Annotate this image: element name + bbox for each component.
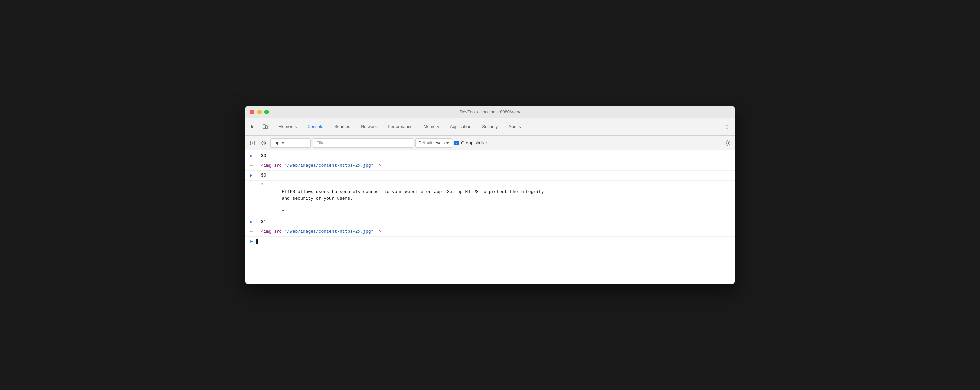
tab-performance[interactable]: Performance	[382, 118, 418, 136]
img-link-2[interactable]: /web/images/content-https-2x.jpg	[287, 229, 371, 234]
devtools-window: DevTools - localhost:8080/web/	[245, 105, 735, 285]
svg-point-3	[727, 125, 728, 126]
context-selector[interactable]: top	[270, 138, 311, 148]
title-bar: DevTools - localhost:8080/web/	[245, 105, 735, 118]
maximize-button[interactable]	[264, 110, 269, 114]
console-row-1: ▶ $0	[245, 151, 735, 161]
console-prompt: ►	[245, 239, 256, 244]
svg-point-12	[727, 142, 729, 144]
console-row-5: ▶ $1	[245, 217, 735, 227]
levels-button[interactable]: Default levels	[415, 138, 452, 148]
levels-arrow-icon	[446, 142, 449, 144]
traffic-lights	[250, 110, 269, 114]
console-output: ▶ $0 ← <img src="/web/images/content-htt…	[245, 150, 735, 285]
row-gutter-1[interactable]: ▶	[245, 152, 261, 159]
settings-icon	[725, 140, 731, 146]
tab-application[interactable]: Application	[445, 118, 477, 136]
expand-arrow-3: ▶	[250, 172, 253, 179]
row-gutter-6: ←	[245, 228, 261, 235]
dollar-var-2: $0	[261, 173, 266, 178]
ban-icon	[261, 140, 266, 145]
console-row-2: ← <img src="/web/images/content-https-2x…	[245, 161, 735, 171]
settings-button[interactable]	[723, 138, 732, 148]
row-content-1: $0	[261, 152, 732, 160]
svg-line-9	[262, 141, 265, 144]
close-button[interactable]	[250, 110, 254, 114]
tab-memory[interactable]: Memory	[418, 118, 445, 136]
console-cursor-display	[256, 239, 258, 244]
minimize-button[interactable]	[257, 110, 262, 114]
response-arrow-2: ←	[250, 181, 253, 186]
svg-marker-7	[251, 142, 253, 144]
more-icon	[724, 125, 730, 130]
tab-sources[interactable]: Sources	[329, 118, 356, 136]
console-row-4: ← " HTTPS allows users to securely conne…	[245, 181, 735, 217]
svg-point-4	[727, 126, 728, 128]
row-gutter-2: ←	[245, 162, 261, 169]
svg-rect-1	[266, 126, 267, 129]
inspect-element-button[interactable]	[248, 122, 258, 133]
row-gutter-4: ←	[245, 181, 261, 186]
tab-bar: Elements Console Sources Network Perform…	[245, 118, 735, 136]
clear-console-button[interactable]	[248, 138, 257, 148]
row-gutter-5[interactable]: ▶	[245, 218, 261, 225]
response-arrow-3: ←	[250, 228, 253, 235]
row-gutter-3[interactable]: ▶	[245, 171, 261, 179]
group-similar-checkbox[interactable]	[454, 141, 459, 145]
row-content-3: $0	[261, 171, 732, 179]
console-toolbar: top Default levels Group similar	[245, 136, 735, 150]
tab-audits[interactable]: Audits	[503, 118, 526, 136]
inspect-icon	[250, 125, 256, 130]
more-tabs-button[interactable]	[722, 122, 732, 133]
console-row-6: ← <img src="/web/images/content-https-2x…	[245, 227, 735, 237]
tab-bar-more	[719, 122, 732, 133]
dollar-var-3: $1	[261, 219, 266, 224]
tabs-container: Elements Console Sources Network Perform…	[273, 118, 719, 136]
tab-bar-icons	[248, 122, 270, 133]
multiline-content-1: " HTTPS allows users to securely connect…	[261, 181, 735, 217]
filter-input[interactable]	[313, 138, 414, 148]
window-title: DevTools - localhost:8080/web/	[460, 109, 520, 114]
tab-console[interactable]: Console	[302, 118, 329, 136]
response-arrow-1: ←	[250, 162, 253, 169]
row-content-6: <img src="/web/images/content-https-2x.j…	[261, 228, 732, 236]
group-similar-option[interactable]: Group similar	[454, 140, 487, 145]
cursor-blink	[256, 240, 258, 244]
tab-divider	[720, 124, 721, 131]
svg-marker-10	[282, 142, 285, 144]
svg-marker-11	[446, 142, 449, 144]
row-content-5: $1	[261, 218, 732, 226]
tab-network[interactable]: Network	[356, 118, 383, 136]
tab-elements[interactable]: Elements	[273, 118, 302, 136]
expand-arrow-1: ▶	[250, 153, 253, 159]
row-content-2: <img src="/web/images/content-https-2x.j…	[261, 162, 732, 170]
console-row-3: ▶ $0	[245, 171, 735, 181]
device-icon	[262, 125, 268, 130]
device-toolbar-button[interactable]	[259, 122, 270, 133]
run-icon	[250, 140, 255, 145]
devtools-body: Elements Console Sources Network Perform…	[245, 118, 735, 285]
tab-security[interactable]: Security	[477, 118, 503, 136]
img-link-1[interactable]: /web/images/content-https-2x.jpg	[287, 163, 371, 168]
console-input-row[interactable]: ►	[245, 237, 735, 246]
dropdown-arrow-icon	[282, 142, 285, 144]
svg-point-5	[727, 128, 728, 129]
svg-point-2	[264, 128, 265, 128]
dollar-var-1: $0	[261, 153, 266, 158]
expand-arrow-5: ▶	[250, 219, 253, 225]
ban-button[interactable]	[259, 138, 268, 148]
